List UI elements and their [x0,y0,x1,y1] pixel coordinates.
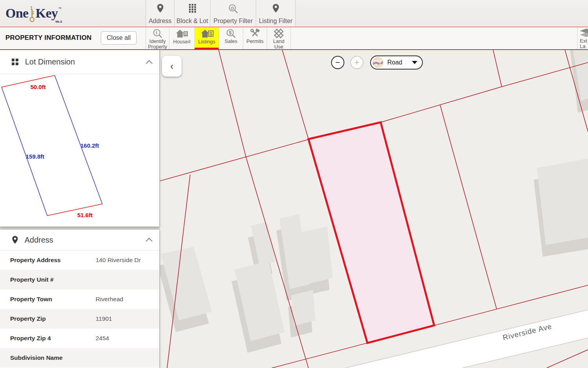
table-row: Property Address 140 Riverside Dr [0,250,159,270]
tool-label: Sales [225,39,237,44]
key-icon: 1 [29,5,35,23]
crosshatch-icon [274,29,284,38]
table-row: Property Zip 11901 [0,309,159,329]
tool-permits[interactable]: Permits [243,27,267,49]
row-label: Property Zip [10,315,96,322]
tool-label: Property Filter [214,18,253,24]
grid-squares-icon [12,59,19,66]
tool-block-lot[interactable]: Block & Lot [174,0,210,27]
close-all-button[interactable]: Close all [101,31,137,45]
row-label: Property Address [10,257,96,264]
address-rows: Property Address 140 Riverside Dr Proper… [0,250,159,368]
basemap-thumbnail-icon [372,57,383,68]
lot-dimension-diagram: 50.0ft 160.2ft 159.8ft 51.6ft [0,74,159,227]
layers-icon [580,29,588,38]
pin-icon [12,236,18,244]
map-svg: Riverside Ave [160,50,588,368]
zoom-in-button[interactable]: + [350,56,363,69]
page-title: PROPERTY INFORMATION [5,34,92,42]
tool-sales[interactable]: $ Sales [219,27,243,49]
row-value: 11901 [96,315,112,322]
tool-label: Listing Filter [259,18,292,24]
tool-label: Address [149,18,172,24]
table-row: Property Zip 4 2454 [0,329,159,348]
chevron-up-icon[interactable] [145,60,153,64]
search-house-icon [228,4,238,14]
table-row: Subdivision Name [0,348,159,368]
row-label: Property Zip 4 [10,335,96,342]
logo-one-text: One [5,6,29,21]
tool-listing-filter[interactable]: Listing Filter [256,0,296,27]
onekey-logo[interactable]: One 1 Key ™ MLS [5,4,61,23]
property-toolbar: PROPERTY INFORMATION Close all i Identif… [0,27,588,50]
tool-listings[interactable]: $ Listings [194,27,219,49]
tool-label: Block & Lot [176,18,208,24]
tool-label: Identify [150,39,166,44]
row-value: 2454 [96,335,109,342]
row-label: Subdivision Name [10,354,96,361]
tool-label: Listings [198,39,215,44]
table-row: Property Unit # [0,270,159,289]
address-header[interactable]: Address [0,230,159,250]
logo-key-text: Key [36,6,58,21]
dim-bottom-label: 51.6ft [77,212,93,218]
tool-label: House# [173,39,191,44]
dim-left-label: 159.8ft [26,153,45,160]
row-label: Property Unit # [10,276,96,283]
tool-ext-layers[interactable]: Ext La [577,27,588,49]
tool-property-filter[interactable]: Property Filter [210,0,256,27]
chevron-up-icon[interactable] [145,238,153,242]
basemap-selector[interactable]: Road [370,55,423,70]
lot-dimension-header[interactable]: Lot Dimension [0,50,159,74]
table-row: Property Town Riverhead [0,289,159,309]
row-label: Property Town [10,296,96,303]
lot-dimension-title: Lot Dimension [25,57,145,66]
grid-icon [189,4,196,13]
tool-identify-property[interactable]: i Identify Property [146,27,169,49]
zoom-out-button[interactable]: − [331,56,344,69]
tools-icon [250,29,260,38]
pin-icon [157,4,164,13]
svg-text:$: $ [209,31,212,37]
basemap-label: Road [387,59,412,66]
address-title: Address [25,236,145,245]
row-value: 140 Riverside Dr [96,257,141,264]
map-canvas[interactable]: Riverside Ave [160,50,588,368]
tool-label: Land [273,39,285,44]
svg-text:i: i [156,30,157,36]
chevron-down-icon [412,61,417,64]
pin-icon [272,4,280,13]
tool-label: Use [274,44,283,49]
tool-label: Permits [246,39,264,44]
row-value: Riverhead [96,296,123,303]
app-header: One 1 Key ™ MLS Address Block & Lot [0,0,588,27]
lot-dimension-panel: Lot Dimension 50.0ft 160.2ft 159.8ft 51.… [0,50,159,227]
tool-label: Property [148,44,167,49]
dim-top-label: 50.0ft [30,84,46,90]
panel-collapse-button[interactable]: ‹ [162,56,182,77]
address-panel: Address Property Address 140 Riverside D… [0,230,159,368]
identify-icon: i [153,29,162,38]
dollar-search-icon: $ [226,29,236,38]
tool-house-number[interactable]: House# [169,27,194,49]
dim-right-label: 160.2ft [80,142,99,149]
house-doc-icon [175,29,189,39]
logo-tm: ™ [58,7,62,11]
tool-address[interactable]: Address [146,0,174,27]
tool-land-use[interactable]: Land Use [267,27,291,49]
tool-label: Ext [580,38,587,43]
house-dollar-icon: $ [200,29,214,39]
logo-mls-text: MLS [55,20,62,23]
tool-label: La [580,44,585,49]
svg-text:$: $ [229,30,232,36]
